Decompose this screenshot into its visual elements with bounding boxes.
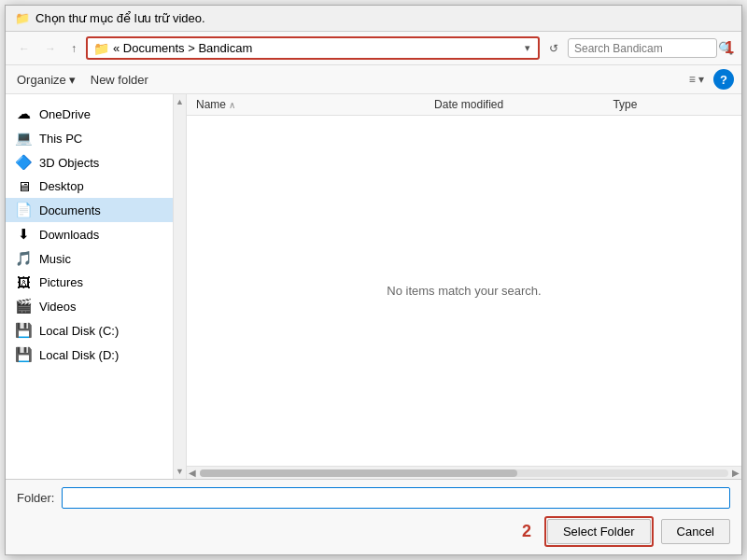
new-folder-label: New folder	[91, 73, 148, 87]
name-sort-arrow: ∧	[229, 100, 235, 110]
music-icon: 🎵	[15, 250, 32, 267]
this-pc-icon: 💻	[15, 130, 32, 147]
search-input[interactable]	[574, 42, 714, 55]
main-content: Name ∧ Date modified Type No items match…	[187, 94, 741, 479]
toolbar-right: ≡ ▾ ?	[684, 69, 734, 90]
title-bar-icon: 📁	[15, 11, 30, 25]
address-bar[interactable]: 📁 « Documents > Bandicam ▾	[86, 36, 540, 60]
refresh-button[interactable]: ↺	[543, 39, 564, 58]
nav-bar: ← → ↑ 📁 « Documents > Bandicam ▾ ↺ 🔍 1	[6, 32, 741, 65]
annotation-label-2: 2	[522, 522, 531, 541]
sidebar-item-pictures[interactable]: 🖼Pictures	[6, 271, 173, 294]
sidebar-item-desktop[interactable]: 🖥Desktop	[6, 175, 173, 198]
sidebar: ☁OneDrive💻This PC🔷3D Objects🖥Desktop📄Doc…	[6, 94, 174, 479]
pictures-icon: 🖼	[15, 274, 32, 290]
desktop-icon: 🖥	[15, 178, 32, 194]
cancel-button[interactable]: Cancel	[661, 519, 730, 544]
local-disk-c-icon: 💾	[15, 322, 32, 339]
file-list-header: Name ∧ Date modified Type	[187, 94, 741, 116]
file-list-body: No items match your search.	[187, 116, 741, 466]
sidebar-item-label-onedrive: OneDrive	[39, 107, 91, 121]
folder-input[interactable]	[62, 487, 730, 509]
organize-label: Organize	[17, 73, 66, 87]
sidebar-item-local-disk-d[interactable]: 💾Local Disk (D:)	[6, 343, 173, 367]
downloads-icon: ⬇	[15, 226, 32, 243]
view-icon: ≡	[689, 73, 696, 86]
sidebar-item-documents[interactable]: 📄Documents	[6, 198, 173, 222]
sidebar-item-local-disk-c[interactable]: 💾Local Disk (C:)	[6, 318, 173, 343]
local-disk-d-icon: 💾	[15, 346, 32, 363]
dialog-title: Chọn thư mục để lưu trữ video.	[35, 11, 205, 25]
title-bar: 📁 Chọn thư mục để lưu trữ video.	[6, 6, 741, 32]
h-scroll-arrow-right[interactable]: ▶	[732, 468, 740, 478]
sidebar-item-3d-objects[interactable]: 🔷3D Objects	[6, 150, 173, 175]
footer: Folder: 2 Select Folder Cancel	[6, 479, 741, 554]
toolbar: Organize ▾ New folder ≡ ▾ ?	[6, 65, 741, 94]
sidebar-item-label-pictures: Pictures	[39, 275, 83, 289]
col-type[interactable]: Type	[613, 98, 732, 111]
content-area: ☁OneDrive💻This PC🔷3D Objects🖥Desktop📄Doc…	[6, 94, 741, 479]
view-dropdown-icon: ▾	[698, 73, 704, 86]
forward-button[interactable]: →	[39, 38, 62, 59]
col-name[interactable]: Name ∧	[196, 98, 434, 111]
select-folder-btn-wrapper: Select Folder	[544, 516, 654, 547]
file-dialog: 📁 Chọn thư mục để lưu trữ video. ← → ↑ 📁…	[5, 5, 742, 555]
help-button[interactable]: ?	[713, 69, 734, 90]
select-folder-button[interactable]: Select Folder	[547, 519, 651, 544]
address-dropdown-button[interactable]: ▾	[523, 40, 532, 56]
sidebar-item-label-videos: Videos	[39, 300, 77, 314]
videos-icon: 🎬	[15, 298, 32, 315]
sidebar-item-label-this-pc: This PC	[39, 132, 82, 146]
horizontal-scrollbar[interactable]: ◀ ▶	[187, 466, 741, 479]
up-button[interactable]: ↑	[65, 38, 82, 59]
view-button[interactable]: ≡ ▾	[684, 70, 710, 89]
organize-button[interactable]: Organize ▾	[13, 71, 79, 89]
sidebar-item-onedrive[interactable]: ☁OneDrive	[6, 102, 173, 126]
h-scroll-arrow-left[interactable]: ◀	[189, 468, 196, 478]
annotation-label-1: 1	[725, 38, 734, 58]
search-bar: 🔍	[568, 38, 717, 58]
sidebar-scroll-arrow-up[interactable]: ▲	[176, 94, 184, 109]
h-scroll-track[interactable]	[200, 469, 728, 477]
organize-dropdown-icon: ▾	[69, 73, 76, 87]
h-scroll-thumb[interactable]	[200, 469, 517, 477]
sidebar-scrollbar[interactable]: ▲ ▼	[174, 94, 187, 479]
sidebar-scroll-arrow-down[interactable]: ▼	[176, 464, 184, 479]
sidebar-item-label-local-disk-d: Local Disk (D:)	[39, 348, 119, 362]
col-date-modified[interactable]: Date modified	[434, 98, 613, 111]
3d-objects-icon: 🔷	[15, 154, 32, 171]
sidebar-item-label-3d-objects: 3D Objects	[39, 156, 99, 170]
sidebar-item-label-music: Music	[39, 252, 71, 266]
sidebar-item-videos[interactable]: 🎬Videos	[6, 294, 173, 318]
buttons-row: 2 Select Folder Cancel	[17, 516, 730, 547]
sidebar-item-label-documents: Documents	[39, 203, 101, 217]
help-label: ?	[720, 73, 727, 87]
empty-message: No items match your search.	[387, 284, 541, 298]
sidebar-item-label-desktop: Desktop	[39, 179, 84, 193]
address-folder-icon: 📁	[93, 41, 109, 56]
onedrive-icon: ☁	[15, 105, 32, 122]
sidebar-item-this-pc[interactable]: 💻This PC	[6, 126, 173, 150]
folder-input-row: Folder:	[17, 487, 730, 509]
sidebar-item-label-local-disk-c: Local Disk (C:)	[39, 324, 119, 338]
back-button[interactable]: ←	[13, 38, 35, 59]
address-path: « Documents > Bandicam	[113, 41, 519, 55]
folder-label: Folder:	[17, 491, 54, 505]
new-folder-button[interactable]: New folder	[87, 71, 152, 89]
sidebar-item-downloads[interactable]: ⬇Downloads	[6, 222, 173, 246]
sidebar-item-music[interactable]: 🎵Music	[6, 246, 173, 271]
documents-icon: 📄	[15, 202, 32, 218]
sidebar-item-label-downloads: Downloads	[39, 228, 99, 242]
